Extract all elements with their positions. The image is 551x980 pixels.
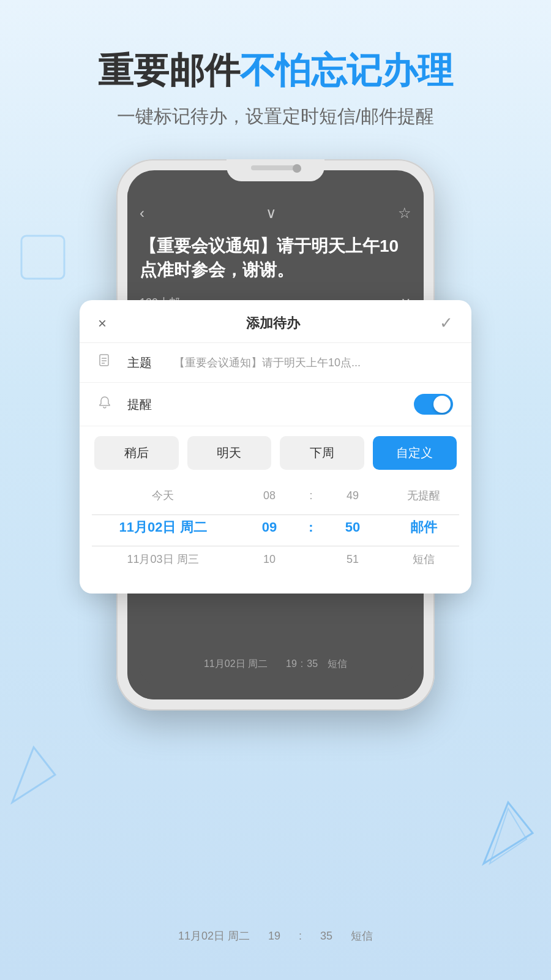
- picker-colon-1: :: [305, 489, 317, 502]
- modal-header: × 添加待办 ✓: [80, 300, 471, 343]
- bottom-date: 11月02日 周二: [204, 658, 268, 671]
- svg-rect-4: [100, 355, 108, 366]
- phone-notch: [227, 159, 324, 181]
- reminder-label: 提醒: [127, 396, 164, 413]
- bottom-row-type: 短信: [351, 929, 373, 943]
- picker-container: 今天 08 : 49 无提醒 11月02日 周二 09 : 50 邮件 11月0…: [80, 480, 471, 581]
- picker-date-1: 今天: [92, 488, 234, 503]
- subject-label: 主题: [127, 355, 164, 371]
- picker-date-3: 11月03日 周三: [92, 552, 234, 567]
- picker-colon-selected: :: [305, 519, 317, 535]
- modal-close-icon[interactable]: ×: [98, 315, 107, 332]
- bell-icon: [98, 396, 118, 413]
- header-section: 重要邮件不怕忘记办理 一键标记待办，设置定时短信/邮件提醒: [0, 0, 551, 154]
- back-icon[interactable]: ‹: [140, 205, 144, 222]
- toggle-knob: [433, 396, 451, 413]
- picker-type-selected: 邮件: [388, 518, 459, 537]
- picker-hour-3: 10: [234, 553, 305, 566]
- subject-value: 【重要会议通知】请于明天上午10点...: [174, 355, 453, 370]
- bottom-minute: 35: [307, 658, 318, 669]
- svg-rect-3: [21, 236, 64, 279]
- picker-minute-3: 51: [317, 553, 388, 566]
- bottom-row-hour: 19: [268, 930, 280, 943]
- star-icon[interactable]: ☆: [398, 205, 411, 222]
- picker-hour-selected: 09: [234, 519, 305, 535]
- picker-row-1: 今天 08 : 49 无提醒: [92, 480, 459, 511]
- tomorrow-button[interactable]: 明天: [187, 436, 272, 470]
- modal-reminder-row: 提醒: [80, 383, 471, 426]
- header-title-part1: 重要邮件: [98, 50, 240, 90]
- svg-marker-2: [12, 747, 55, 802]
- header-subtitle: 一键标记待办，设置定时短信/邮件提醒: [0, 104, 551, 129]
- bottom-type: 短信: [328, 658, 347, 671]
- picker-row-3: 11月03日 周三 10 51 短信: [92, 543, 459, 575]
- next-week-button[interactable]: 下周: [280, 436, 364, 470]
- down-icon[interactable]: ∨: [266, 205, 277, 222]
- toggle-switch[interactable]: [414, 394, 453, 415]
- picker-date-selected: 11月02日 周二: [92, 518, 234, 537]
- picker-hour-1: 08: [234, 489, 305, 502]
- modal-title: 添加待办: [246, 314, 300, 333]
- svg-marker-0: [484, 802, 533, 864]
- header-title: 重要邮件不怕忘记办理: [0, 49, 551, 92]
- modal-subject-row: 主题 【重要会议通知】请于明天上午10点...: [80, 343, 471, 383]
- bottom-row-date: 11月02日 周二: [178, 929, 250, 943]
- bottom-hour: 19: [286, 658, 297, 669]
- doc-icon: [98, 354, 118, 371]
- reminder-toggle[interactable]: [414, 394, 453, 415]
- modal-buttons: 稍后 明天 下周 自定义: [80, 426, 471, 480]
- bottom-picker-row: 11月02日 周二 19 : 35 短信: [80, 929, 471, 943]
- email-subject: 【重要会议通知】请于明天上午10点准时参会，谢谢。: [140, 234, 411, 282]
- phone-camera: [293, 164, 301, 173]
- picker-type-1: 无提醒: [388, 488, 459, 503]
- snooze-button[interactable]: 稍后: [94, 436, 179, 470]
- picker-minute-selected: 50: [317, 519, 388, 535]
- phone-bottom-bar: 11月02日 周二 19 : 35 短信: [138, 639, 413, 688]
- modal-card: × 添加待办 ✓ 主题 【重要会议通知】请于明天上午10点... 提醒: [80, 300, 471, 594]
- picker-minute-1: 49: [317, 489, 388, 502]
- modal-confirm-icon[interactable]: ✓: [440, 314, 453, 333]
- email-nav: ‹ ∨ ☆: [140, 205, 411, 222]
- picker-row-selected: 11月02日 周二 09 : 50 邮件: [92, 511, 459, 543]
- header-title-part2: 不怕忘记办理: [240, 50, 453, 90]
- bottom-row-minute: 35: [320, 930, 332, 943]
- picker-type-3: 短信: [388, 552, 459, 567]
- custom-button[interactable]: 自定义: [373, 436, 457, 470]
